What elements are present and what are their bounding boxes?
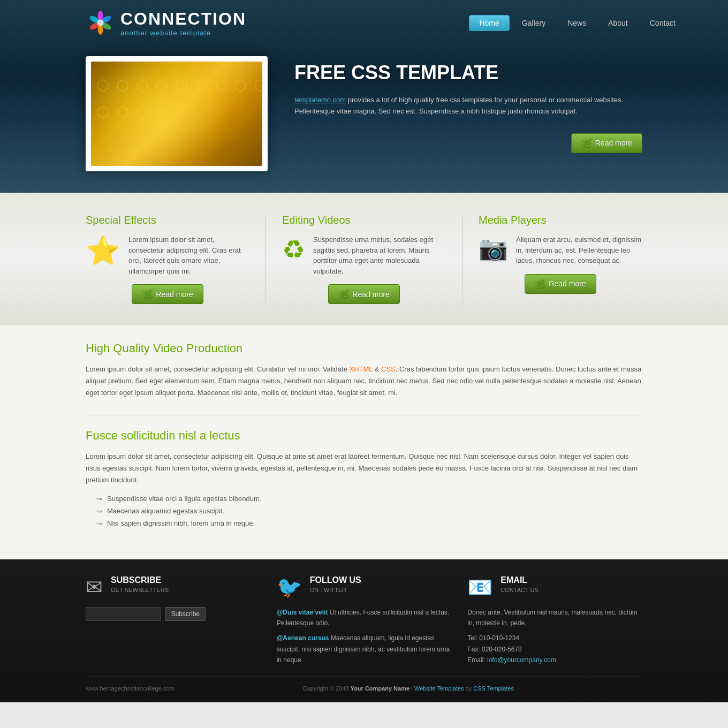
css-templates-link[interactable]: CSS Templates [473,685,514,692]
hero-read-more-label: Read more [595,139,632,147]
feature-media-players: Media Players 📷 Aliquam erat arcu, euism… [479,214,642,304]
camera-icon: 📷 [479,234,508,262]
footer-email-col: 📧 EMAIL CONTACT US Donec ante. Vestibulu… [467,575,642,666]
logo-icon [86,8,115,37]
footer-subscribe-title: SUBSCRIBE [111,575,169,585]
feature-read-more-label-1: Read more [156,290,193,299]
feature-read-more-2[interactable]: 🌿 Read more [328,284,399,304]
feature-body-3: 📷 Aliquam erat arcu, euismod et, digniss… [479,234,642,266]
feature-body-1: ⭐ Lorem ipsum dolor sit amet, consectetu… [86,234,249,276]
logo-area: CONNECTION another website template [86,8,246,37]
footer-copyright: Copyright © 2048 Your Company Name | Web… [175,685,642,692]
hero-image [91,62,262,166]
footer-email-label: Email: [467,656,487,664]
star-icon: ⭐ [86,234,120,267]
feature-read-more-3[interactable]: 🌿 Read more [525,274,596,294]
bullet-2: Maecenas aliquamid egestas suscipit. [96,507,642,515]
footer-subscribe-col: ✉ SUBSCRIBE GET NEWSLETTERS Subscribe [86,575,261,666]
feature-divider-1 [266,214,266,304]
content-text-2: Lorem ipsum dolor sit amet, consectetur … [86,451,642,486]
footer-follow-inner: 🐦 FOLLOW US ON TWITTER [277,575,452,599]
company-name: Your Company Name [351,685,410,692]
xhtml-link[interactable]: XHTML [350,365,373,373]
nav-gallery[interactable]: Gallery [512,16,555,31]
content-title-2: Fusce sollicitudin nisl a lectus [86,429,642,443]
features-section: Special Effects ⭐ Lorem ipsum dolor sit … [0,193,728,325]
footer-subscribe-subtitle: GET NEWSLETTERS [111,587,169,593]
twitter-icon: 🐦 [277,575,302,599]
content-divider [86,415,642,415]
nav-news[interactable]: News [558,16,596,31]
feature-btn-row-3: 🌿 Read more [479,274,642,294]
footer-email-subtitle: CONTACT US [500,587,539,593]
bullet-1: Suspendisse vitae orci a ligula egestas … [96,495,642,503]
twitter-item-2: @Aenean cursus Maecenas aliquam, ligula … [277,633,452,665]
hero-link[interactable]: templatemo.com [294,96,346,104]
feature-body-2: ♻ Suspendisse urna metus, sodales eget s… [282,234,446,276]
footer-follow-text-area: FOLLOW US ON TWITTER [310,575,361,598]
logo-subtitle: another website template [120,29,246,37]
feature-special-effects: Special Effects ⭐ Lorem ipsum dolor sit … [86,214,249,304]
twitter-link-1[interactable]: @Duis vitae velit [277,609,328,616]
mail-icon: ✉ [86,575,103,599]
footer-contact-text: Donec ante. Vestibulum nisl mauris, male… [467,607,642,629]
newsletter-input[interactable] [86,607,161,621]
hero-content: FREE CSS TEMPLATE templatemo.com provide… [294,56,642,153]
footer-follow-subtitle: ON TWITTER [310,587,361,593]
subscribe-button[interactable]: Subscribe [165,607,206,621]
footer-sep: | [410,685,414,692]
content-text-1: Lorem ipsum dolor sit amet, consectetur … [86,363,642,399]
content-section: High Quality Video Production Lorem ipsu… [0,325,728,559]
footer-subscribe-form: Subscribe [86,607,261,621]
feature-read-more-1[interactable]: 🌿 Read more [132,284,203,304]
hero-read-more-button[interactable]: 🌿 Read more [571,133,642,153]
hero-section: FREE CSS TEMPLATE templatemo.com provide… [0,46,728,193]
footer-email-details: Donec ante. Vestibulum nisl mauris, male… [467,607,642,666]
footer-fax: Fax: 020-020-5678 [467,644,642,655]
footer-email-row: Email: info@yourcompany.com [467,655,642,665]
website-templates-link[interactable]: Website Templates [414,685,464,692]
top-bar: CONNECTION another website template Home… [0,0,728,46]
leaf-icon-1: 🌿 [142,289,153,299]
hero-image-container [86,56,268,171]
footer-subscribe-inner: ✉ SUBSCRIBE GET NEWSLETTERS [86,575,261,599]
feature-text-3: Aliquam erat arcu, euismod et, dignissim… [516,234,642,266]
footer-follow-title: FOLLOW US [310,575,361,585]
nav-about[interactable]: About [598,16,638,31]
content-text-1-mid: & [373,365,381,373]
footer-twitter-feed: @Duis vitae velit Ut ultricies. Fusce so… [277,607,452,666]
content-section-1: High Quality Video Production Lorem ipsu… [86,342,642,399]
feature-btn-row-2: 🌿 Read more [282,284,446,304]
recycle-icon: ♻ [282,234,305,264]
features-grid: Special Effects ⭐ Lorem ipsum dolor sit … [86,214,642,304]
twitter-item-1: @Duis vitae velit Ut ultricies. Fusce so… [277,607,452,629]
content-text-1-start: Lorem ipsum dolor sit amet, consectetur … [86,365,350,373]
footer-email-text-area: EMAIL CONTACT US [500,575,539,598]
footer-divider [86,677,642,677]
logo-text-area: CONNECTION another website template [120,9,246,37]
leaf-icon-2: 🌿 [338,289,349,299]
hero-title: FREE CSS TEMPLATE [294,62,642,84]
footer-email-title: EMAIL [500,575,539,585]
header: CONNECTION another website template Home… [0,0,728,193]
feature-btn-row-1: 🌿 Read more [86,284,249,304]
footer-email-inner: 📧 EMAIL CONTACT US [467,575,642,599]
footer-subscribe-text-area: SUBSCRIBE GET NEWSLETTERS [111,575,169,598]
feature-read-more-label-2: Read more [352,290,389,299]
nav-contact[interactable]: Contact [640,16,685,31]
leaf-icon-3: 🌿 [535,279,545,289]
footer-columns: ✉ SUBSCRIBE GET NEWSLETTERS Subscribe 🐦 … [86,575,642,666]
css-link[interactable]: CSS [381,365,396,373]
nav-home[interactable]: Home [469,15,509,31]
footer-email-link[interactable]: info@yourcompany.com [487,656,556,664]
twitter-link-2[interactable]: @Aenean cursus [277,634,329,642]
leaf-icon: 🌿 [581,138,592,148]
hero-body: templatemo.com provides a lot of high qu… [294,95,642,117]
feature-title-2: Editing Videos [282,214,446,226]
feature-divider-2 [462,214,462,304]
bullet-3: Nisi sapien dignissim nibh, lorem urna i… [96,519,642,527]
svg-point-7 [97,20,104,26]
copyright-text: Copyright © 2048 [303,685,351,692]
content-title-1: High Quality Video Production [86,342,642,355]
hero-read-more-row: 🌿 Read more [571,133,642,153]
